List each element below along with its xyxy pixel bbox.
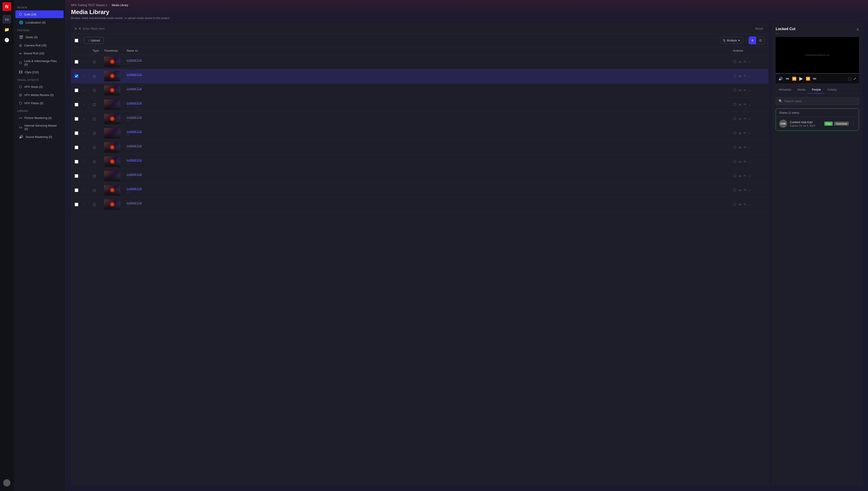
tab-media[interactable]: Media (794, 86, 808, 93)
row-checkbox[interactable] (75, 189, 78, 192)
sidebar-item-picture-mastering[interactable]: ▭ Picture Mastering (0) (16, 114, 64, 122)
row-checkbox[interactable] (75, 160, 78, 164)
info-icon[interactable]: ⓘ (733, 188, 736, 192)
sidebar-item-sound-mastering[interactable]: 🔊 Sound Mastering (0) (16, 133, 64, 141)
table-row[interactable]: › ⬡ Locked Cut — ⓘ ⇄ ↷ ↓ (71, 155, 769, 169)
row-checkbox[interactable] (75, 60, 78, 64)
sidebar-item-vfx-shots[interactable]: ⬡ VFX Shots (0) (16, 83, 64, 91)
fullscreen-button[interactable]: ⤢ (853, 77, 856, 81)
item-name-link[interactable]: Locked Cut (127, 58, 733, 62)
share-icon[interactable]: ⇄ (739, 189, 741, 192)
row-checkbox[interactable] (75, 89, 78, 92)
sidebar-item-sound-roll[interactable]: ∞ Sound Roll (10) (16, 50, 64, 57)
info-icon[interactable]: ⓘ (733, 202, 736, 206)
upload-button[interactable]: ↑ Upload (84, 37, 104, 44)
forward-icon[interactable]: ↷ (744, 117, 746, 121)
share-icon[interactable]: ⇄ (739, 60, 741, 64)
download-icon[interactable]: ↓ (748, 189, 750, 192)
download-icon[interactable]: ↓ (748, 174, 750, 178)
share-icon[interactable]: ⇄ (739, 89, 741, 92)
list-view-button[interactable]: ≡ (749, 37, 756, 44)
forward-icon[interactable]: ↷ (744, 203, 746, 206)
col-name[interactable]: Name ⇅1 (127, 49, 733, 52)
sidebar-item-camera-roll[interactable]: ◎ Camera Roll (26) (16, 41, 64, 49)
download-icon[interactable]: ↓ (748, 117, 750, 121)
info-icon[interactable]: ⓘ (733, 145, 736, 149)
row-checkbox[interactable] (75, 117, 78, 121)
download-icon[interactable]: ↓ (748, 203, 750, 206)
fast-forward-button[interactable]: ⏭ (813, 77, 817, 81)
download-icon[interactable]: ↓ (748, 89, 750, 92)
table-row[interactable]: › ⬡ Locked Cut — ⓘ ⇄ ↷ ↓ (71, 198, 769, 212)
table-row[interactable]: › ⬡ Locked Cut — ⓘ ⇄ ↷ (71, 169, 769, 183)
nav-folder-icon[interactable]: 📁 (2, 25, 11, 34)
expand-icon[interactable]: › (84, 189, 93, 192)
forward-icon[interactable]: ↷ (744, 89, 746, 92)
filter-add-button[interactable]: + (79, 26, 81, 31)
download-icon[interactable]: ↓ (748, 103, 750, 107)
expand-icon[interactable]: › (84, 117, 93, 120)
close-detail-button[interactable]: × (856, 27, 859, 32)
download-icon[interactable]: ↓ (748, 74, 750, 78)
share-icon[interactable]: ⇄ (739, 146, 741, 149)
table-row[interactable]: › ⬡ Locked Cut — ⓘ ⇄ (71, 69, 769, 83)
share-icon[interactable]: ⇄ (739, 117, 741, 121)
table-row[interactable]: › ⬡ Locked Cut — ⓘ ⇄ ↷ ↓ (71, 140, 769, 155)
play-button[interactable]: ▶ (799, 76, 803, 82)
item-name-link[interactable]: Locked Cut (127, 158, 733, 162)
tab-activity[interactable]: Activity (824, 86, 840, 93)
sidebar-item-localization[interactable]: 🌐 Localization (0) (16, 19, 64, 26)
expand-icon[interactable]: › (84, 75, 93, 78)
item-name-link[interactable]: Locked Cut (127, 73, 733, 76)
volume-button[interactable]: 🔊 (778, 77, 783, 81)
info-icon[interactable]: ⓘ (733, 174, 736, 178)
search-users-input[interactable] (784, 99, 856, 103)
row-checkbox[interactable] (75, 74, 78, 78)
expand-icon[interactable]: › (84, 132, 93, 135)
subtitles-button[interactable]: ⬚ (848, 77, 851, 81)
item-name-link[interactable]: Locked Cut (127, 130, 733, 133)
forward-icon[interactable]: ↷ (744, 103, 746, 107)
sidebar-item-cuts[interactable]: ⬡ Cuts (14) (16, 10, 64, 18)
col-type[interactable]: Type (93, 49, 104, 52)
row-checkbox[interactable] (75, 103, 78, 107)
breadcrumb-project[interactable]: NPS Training TEST: Season 1 (71, 4, 107, 7)
expand-icon[interactable]: › (84, 103, 93, 106)
share-menu-button[interactable]: ⋮ (851, 121, 856, 126)
grid-view-button[interactable]: ⊞ (756, 37, 765, 44)
sidebar-item-clips[interactable]: 🎞 Clips (210) (16, 68, 64, 76)
share-icon[interactable]: ⇄ (739, 132, 741, 135)
item-name-link[interactable]: Locked Cut (127, 187, 733, 190)
info-icon[interactable]: ⓘ (733, 103, 736, 107)
step-back-button[interactable]: ⏪ (792, 77, 797, 81)
info-icon[interactable]: ⓘ (733, 88, 736, 92)
tab-people[interactable]: People (809, 86, 824, 93)
expand-icon[interactable]: › (84, 203, 93, 206)
download-icon[interactable]: ↓ (748, 60, 750, 64)
sidebar-item-vfx-media-review[interactable]: ◎ VFX Media Review (0) (16, 91, 64, 99)
expand-icon[interactable]: › (84, 146, 93, 149)
forward-icon[interactable]: ↷ (744, 60, 746, 64)
row-checkbox[interactable] (75, 146, 78, 149)
info-icon[interactable]: ⓘ (733, 160, 736, 164)
rewind-button[interactable]: ⏮ (786, 77, 789, 81)
item-name-link[interactable]: Locked Cut (127, 201, 733, 204)
forward-icon[interactable]: ↷ (744, 132, 746, 135)
share-icon[interactable]: ⇄ (739, 103, 741, 107)
info-icon[interactable]: ⓘ (733, 60, 736, 64)
step-forward-button[interactable]: ⏩ (806, 77, 810, 81)
info-icon[interactable]: ⓘ (733, 74, 736, 78)
sidebar-item-internal-servicing[interactable]: ▭ Internal Servicing Master (0) (16, 122, 64, 133)
forward-icon[interactable]: ↷ (744, 160, 746, 164)
forward-icon[interactable]: ↷ (744, 146, 746, 149)
info-icon[interactable]: ⓘ (733, 131, 736, 135)
sort-button[interactable]: ⇅ Multiple ▾ (720, 37, 743, 44)
row-checkbox[interactable] (75, 203, 78, 206)
share-icon[interactable]: ⇄ (739, 203, 741, 206)
download-icon[interactable]: ↓ (748, 160, 750, 164)
reset-button[interactable]: Reset (753, 26, 765, 31)
nav-media-icon[interactable]: ▭ (2, 15, 11, 24)
table-row[interactable]: › ⬡ Locked Cut — ⓘ ⇄ ↷ ↓ (71, 97, 769, 112)
item-name-link[interactable]: Locked Cut (127, 87, 733, 90)
item-name-link[interactable]: Locked Cut (127, 173, 733, 176)
